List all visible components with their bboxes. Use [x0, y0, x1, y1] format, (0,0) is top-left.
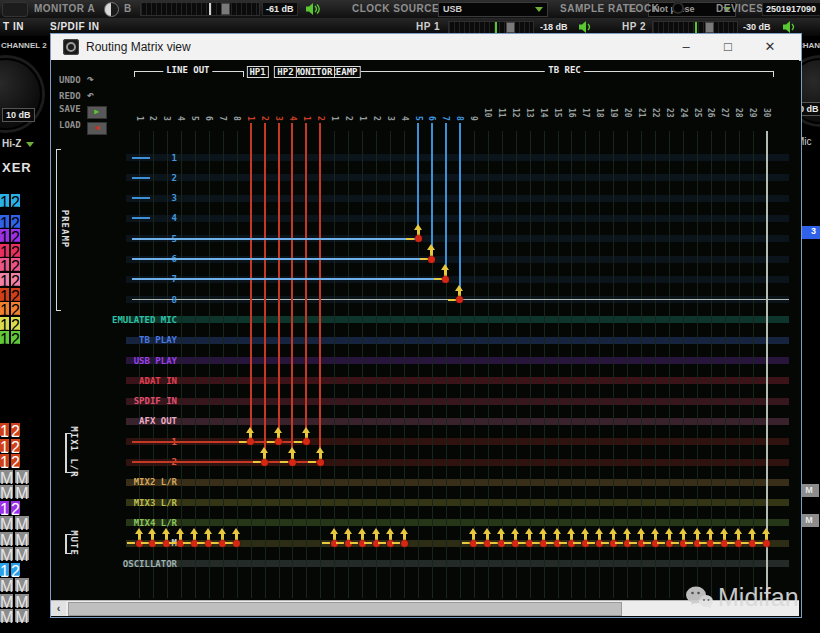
- strip-cell[interactable]: M: [15, 578, 28, 591]
- junction-node[interactable]: [763, 540, 770, 547]
- monitor-ab-toggle-icon[interactable]: [104, 2, 119, 17]
- strip-cell[interactable]: M: [0, 516, 13, 529]
- row-label[interactable]: MIX4 L/R: [95, 518, 177, 528]
- routing-matrix-grid[interactable]: LINE OUTHP1HP2MONITORPREAMPTB REC1234567…: [51, 60, 799, 600]
- channel-cell[interactable]: 2: [11, 258, 20, 271]
- channel-pair-3[interactable]: 12: [0, 229, 48, 242]
- strip-cell[interactable]: 1: [0, 501, 9, 514]
- strip-cell[interactable]: M: [15, 609, 28, 622]
- tab-adat-in[interactable]: T IN: [3, 21, 24, 32]
- channel-cell[interactable]: 2: [11, 331, 20, 344]
- strip-row-9[interactable]: MM: [0, 547, 48, 560]
- row-label[interactable]: SPDIF IN: [95, 396, 177, 406]
- row-label[interactable]: MIX2 L/R: [95, 477, 177, 487]
- strip-cell[interactable]: M: [0, 470, 13, 483]
- strip-cell[interactable]: M: [15, 516, 28, 529]
- strip-cell[interactable]: 1: [0, 454, 9, 467]
- strip-row-10[interactable]: 12: [0, 563, 48, 576]
- channel-pair-6[interactable]: 12: [0, 273, 48, 286]
- channel-cell[interactable]: 1: [0, 302, 9, 315]
- channel-cell[interactable]: 2: [11, 229, 20, 242]
- channel-cell[interactable]: 1: [0, 317, 9, 330]
- channel-cell[interactable]: 1: [0, 288, 9, 301]
- channel-pair-8[interactable]: 12: [0, 302, 48, 315]
- header-group-line-out[interactable]: LINE OUT: [163, 65, 212, 75]
- strip-row-13[interactable]: MM: [0, 609, 48, 622]
- channel-pair-4[interactable]: 12: [0, 244, 48, 257]
- junction-node[interactable]: [415, 235, 422, 242]
- row-label[interactable]: AFX OUT: [95, 416, 177, 426]
- channel-pair-9[interactable]: 12: [0, 317, 48, 330]
- right-mute-button-2[interactable]: M: [799, 514, 819, 527]
- junction-node[interactable]: [428, 256, 435, 263]
- row-label[interactable]: 8: [95, 295, 177, 305]
- monitor-speaker-icon[interactable]: [305, 2, 320, 16]
- row-label[interactable]: EMULATED MIC: [95, 315, 177, 325]
- channel-cell[interactable]: 2: [11, 302, 20, 315]
- strip-cell[interactable]: 2: [11, 439, 20, 452]
- strip-cell[interactable]: M: [0, 578, 13, 591]
- channel-pair-7[interactable]: 12: [0, 288, 48, 301]
- channel-cell[interactable]: 1: [0, 331, 9, 344]
- channel-cell[interactable]: 1: [0, 258, 9, 271]
- strip-cell[interactable]: M: [0, 547, 13, 560]
- strip-cell[interactable]: M: [15, 470, 28, 483]
- strip-cell[interactable]: 2: [11, 501, 20, 514]
- strip-cell[interactable]: M: [0, 485, 13, 498]
- strip-row-1[interactable]: 12: [0, 423, 48, 436]
- strip-row-5[interactable]: MM: [0, 485, 48, 498]
- strip-row-7[interactable]: MM: [0, 516, 48, 529]
- strip-cell[interactable]: M: [0, 594, 13, 607]
- channel-cell[interactable]: 2: [11, 215, 20, 228]
- header-group-tb-rec[interactable]: TB REC: [545, 65, 584, 75]
- strip-row-8[interactable]: MM: [0, 532, 48, 545]
- strip-row-6[interactable]: 12: [0, 501, 48, 514]
- channel-pair-2[interactable]: 12: [0, 215, 48, 228]
- channel-cell[interactable]: 2: [11, 273, 20, 286]
- hp1-speaker-icon[interactable]: [578, 20, 593, 34]
- strip-cell[interactable]: 1: [0, 563, 9, 576]
- channel-pair-10[interactable]: 12: [0, 331, 48, 344]
- scrollbar-thumb[interactable]: [68, 602, 622, 616]
- junction-node[interactable]: [317, 459, 324, 466]
- hp2-speaker-icon[interactable]: [782, 20, 797, 34]
- strip-row-11[interactable]: MM: [0, 578, 48, 591]
- close-button[interactable]: ✕: [755, 38, 785, 56]
- channel-cell[interactable]: 1: [0, 229, 9, 242]
- strip-cell[interactable]: 2: [11, 423, 20, 436]
- channel-pair-5[interactable]: 12: [0, 258, 48, 271]
- strip-cell[interactable]: 1: [0, 423, 9, 436]
- clock-source-select[interactable]: USB: [438, 2, 548, 17]
- row-label[interactable]: OSCILLATOR: [95, 559, 177, 569]
- window-titlebar[interactable]: Routing Matrix view – □ ✕: [51, 34, 801, 61]
- strip-row-2[interactable]: 12: [0, 439, 48, 452]
- strip-cell[interactable]: M: [15, 532, 28, 545]
- header-group-hp2[interactable]: HP2: [274, 66, 296, 78]
- channel-cell[interactable]: 2: [11, 244, 20, 257]
- junction-node[interactable]: [289, 459, 296, 466]
- channel-pair-1[interactable]: 12: [0, 194, 48, 207]
- strip-row-12[interactable]: MM: [0, 594, 48, 607]
- strip-cell[interactable]: 2: [11, 563, 20, 576]
- channel-cell[interactable]: 1: [0, 273, 9, 286]
- hiz-toggle[interactable]: Hi-Z: [2, 138, 34, 149]
- strip-cell[interactable]: M: [15, 547, 28, 560]
- minimize-button[interactable]: –: [671, 38, 701, 56]
- strip-cell[interactable]: M: [15, 485, 28, 498]
- top-left-button[interactable]: [2, 2, 28, 17]
- row-label[interactable]: TB PLAY: [95, 335, 177, 345]
- channel-cell[interactable]: 1: [0, 215, 9, 228]
- channel-cell[interactable]: 1: [0, 194, 9, 207]
- strip-cell[interactable]: 2: [11, 454, 20, 467]
- monitor-level-meter[interactable]: [140, 2, 260, 16]
- junction-node[interactable]: [261, 459, 268, 466]
- junction-node[interactable]: [401, 540, 408, 547]
- strip-cell[interactable]: M: [0, 532, 13, 545]
- strip-cell[interactable]: M: [0, 609, 13, 622]
- strip-cell[interactable]: M: [15, 594, 28, 607]
- channel-cell[interactable]: 2: [11, 317, 20, 330]
- junction-node[interactable]: [233, 540, 240, 547]
- strip-cell[interactable]: 1: [0, 439, 9, 452]
- channel-cell[interactable]: 2: [11, 194, 20, 207]
- channel-cell[interactable]: 2: [11, 288, 20, 301]
